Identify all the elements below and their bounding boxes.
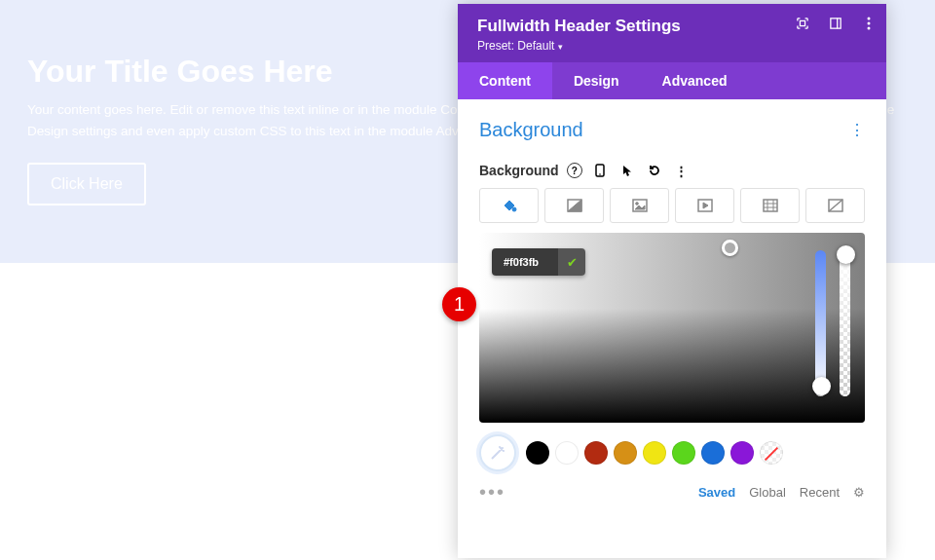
tab-design[interactable]: Design xyxy=(552,62,641,99)
panel-body: Background ⋮ Background ? ⋮ xyxy=(458,99,886,558)
bg-tab-mask[interactable] xyxy=(805,188,865,223)
svg-rect-0 xyxy=(800,20,804,25)
hover-icon[interactable] xyxy=(617,161,637,180)
bg-tab-pattern[interactable] xyxy=(740,188,800,223)
section-menu-icon[interactable]: ⋮ xyxy=(849,121,865,139)
field-more-icon[interactable]: ⋮ xyxy=(672,161,692,180)
color-picker-canvas[interactable]: ✔ xyxy=(479,233,865,423)
swatch-tab-recent[interactable]: Recent xyxy=(800,485,840,500)
help-icon[interactable]: ? xyxy=(567,163,582,178)
panel-tabs: Content Design Advanced xyxy=(458,62,886,99)
bg-tab-video[interactable] xyxy=(675,188,734,223)
reset-icon[interactable] xyxy=(645,161,664,180)
swatch-settings-icon[interactable]: ⚙ xyxy=(853,485,865,500)
swatch-black[interactable] xyxy=(526,441,549,465)
swatch-red[interactable] xyxy=(584,441,608,465)
tab-advanced[interactable]: Advanced xyxy=(641,62,749,99)
background-field-row: Background ? ⋮ xyxy=(479,161,865,180)
hue-handle[interactable] xyxy=(812,377,831,395)
bg-tab-image[interactable] xyxy=(610,188,669,223)
settings-panel: Fullwidth Header Settings Preset: Defaul… xyxy=(458,4,886,558)
svg-point-7 xyxy=(599,173,601,175)
svg-point-5 xyxy=(868,27,871,30)
swatch-green[interactable] xyxy=(672,441,695,465)
tab-content[interactable]: Content xyxy=(458,62,552,99)
panel-header: Fullwidth Header Settings Preset: Defaul… xyxy=(458,4,886,62)
svg-rect-13 xyxy=(764,200,777,211)
svg-point-4 xyxy=(868,22,871,25)
phone-icon[interactable] xyxy=(590,161,610,180)
bg-tab-color[interactable] xyxy=(479,188,539,223)
svg-point-3 xyxy=(868,18,871,20)
bg-tab-gradient[interactable] xyxy=(544,188,604,223)
hex-confirm-button[interactable]: ✔ xyxy=(558,248,585,276)
swatch-more-icon[interactable]: ••• xyxy=(479,481,505,504)
swatch-none[interactable] xyxy=(760,441,783,465)
picker-handle[interactable] xyxy=(722,240,738,256)
eyedropper-button[interactable] xyxy=(479,434,516,471)
swatch-tab-saved[interactable]: Saved xyxy=(698,485,735,500)
swatch-white[interactable] xyxy=(555,441,579,465)
swatch-purple[interactable] xyxy=(730,441,754,465)
annotation-badge-1: 1 xyxy=(442,287,476,321)
expand-icon[interactable] xyxy=(797,18,808,29)
background-type-tabs xyxy=(479,188,865,223)
swatch-blue[interactable] xyxy=(701,441,725,465)
responsive-icon[interactable] xyxy=(830,18,842,29)
swatch-tab-global[interactable]: Global xyxy=(749,485,786,500)
swatch-orange[interactable] xyxy=(614,441,637,465)
svg-rect-1 xyxy=(831,19,841,28)
hex-input[interactable] xyxy=(492,248,558,276)
swatch-footer: ••• Saved Global Recent ⚙ xyxy=(479,481,865,504)
color-swatches xyxy=(479,434,865,471)
preset-selector[interactable]: Preset: Default xyxy=(477,39,867,53)
swatch-yellow[interactable] xyxy=(643,441,666,465)
section-label: Background xyxy=(479,119,865,141)
svg-point-8 xyxy=(512,207,516,211)
hero-button[interactable]: Click Here xyxy=(27,163,146,205)
hex-pill: ✔ xyxy=(492,248,585,276)
more-icon[interactable] xyxy=(863,18,875,29)
field-label: Background xyxy=(479,163,559,178)
hue-slider[interactable] xyxy=(815,250,826,396)
alpha-slider[interactable] xyxy=(840,250,850,396)
svg-point-11 xyxy=(635,203,638,205)
alpha-handle[interactable] xyxy=(837,245,855,264)
